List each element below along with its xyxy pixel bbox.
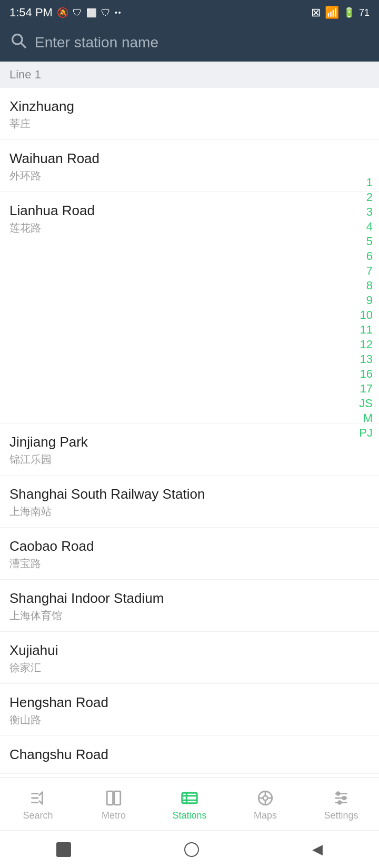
svg-point-0 xyxy=(13,35,22,44)
section-header: Line 1 xyxy=(0,62,379,88)
station-name-en: Caobao Road xyxy=(9,538,370,554)
svg-point-18 xyxy=(343,796,346,800)
nav-item-maps[interactable]: Maps xyxy=(227,789,303,821)
nav-label-settings: Settings xyxy=(324,810,358,821)
bottom-nav: Search Metro Stations Maps xyxy=(0,778,379,830)
station-name-en: Changshu Road xyxy=(9,746,370,763)
station-name-zh: 莲花路 xyxy=(9,221,347,235)
line-index-item[interactable]: 8 xyxy=(366,279,373,292)
line-index-item[interactable]: 11 xyxy=(360,323,373,337)
nav-item-metro[interactable]: Metro xyxy=(76,789,152,821)
shield-icon: 🛡 xyxy=(73,7,82,18)
line-index-item[interactable]: 17 xyxy=(360,382,373,396)
list-item[interactable]: Hengshan Road 衡山路 xyxy=(0,684,379,736)
shield2-icon: 🛡 xyxy=(101,7,111,18)
list-item[interactable]: Waihuan Road 外环路 xyxy=(0,140,379,192)
nav-item-stations[interactable]: Stations xyxy=(152,789,227,821)
svg-rect-3 xyxy=(114,791,120,805)
status-time: 1:54 PM xyxy=(9,6,53,19)
dots-icon: •• xyxy=(115,8,122,17)
station-name-en: Jinjiang Park xyxy=(9,434,370,450)
square-icon: ⬜ xyxy=(86,8,97,18)
list-item[interactable]: Xujiahui 徐家汇 xyxy=(0,632,379,684)
line-index-item[interactable]: 10 xyxy=(360,308,373,322)
station-name-en: Shanghai South Railway Station xyxy=(9,486,370,502)
recents-button[interactable] xyxy=(184,842,199,857)
status-right: ⊠ 📶 🔋 71 xyxy=(311,6,370,19)
station-search-input[interactable] xyxy=(35,34,370,51)
station-name-zh: 莘庄 xyxy=(9,117,370,131)
list-item[interactable]: Shanghai South Railway Station 上海南站 xyxy=(0,476,379,528)
station-name-zh: 上海体育馆 xyxy=(9,609,370,623)
search-nav-icon xyxy=(29,789,47,807)
station-name-zh: 外环路 xyxy=(9,169,370,183)
status-left: 1:54 PM 🔕 🛡 ⬜ 🛡 •• xyxy=(9,6,122,19)
x-icon: ⊠ xyxy=(311,6,321,19)
battery-icon: 🔋 xyxy=(343,7,355,18)
line-index-item[interactable]: 2 xyxy=(366,190,373,204)
settings-nav-icon xyxy=(332,789,350,807)
svg-rect-4 xyxy=(182,793,197,803)
station-list: Xinzhuang 莘庄 Waihuan Road 外环路 Lianhua Ro… xyxy=(0,88,379,778)
battery-percent: 71 xyxy=(359,7,370,18)
station-name-zh: 上海南站 xyxy=(9,504,370,519)
nav-item-settings[interactable]: Settings xyxy=(303,789,379,821)
station-name-en: Waihuan Road xyxy=(9,150,370,167)
station-name-zh: 锦江乐园 xyxy=(9,452,370,467)
list-item[interactable]: Jinjiang Park 锦江乐园 xyxy=(0,423,379,476)
station-name-zh: 衡山路 xyxy=(9,713,370,727)
list-item[interactable]: Caobao Road 漕宝路 xyxy=(0,528,379,580)
line-index-item[interactable]: 9 xyxy=(366,294,373,307)
search-bar xyxy=(0,25,379,62)
search-icon xyxy=(9,32,27,53)
nav-label-maps: Maps xyxy=(254,810,277,821)
maps-nav-icon xyxy=(256,789,274,807)
alarm-off-icon: 🔕 xyxy=(57,7,68,18)
line-index-item[interactable]: 5 xyxy=(366,235,373,248)
station-name-en: Xujiahui xyxy=(9,642,370,659)
metro-nav-icon xyxy=(105,789,123,807)
nav-item-search[interactable]: Search xyxy=(0,789,76,821)
line-index-item[interactable]: 4 xyxy=(366,220,373,234)
nav-label-stations: Stations xyxy=(172,810,206,821)
station-name-en: Hengshan Road xyxy=(9,694,370,711)
line-index-item[interactable]: 7 xyxy=(366,264,373,278)
list-item[interactable]: Xinzhuang 莘庄 xyxy=(0,88,379,140)
line-index-item[interactable]: JS xyxy=(359,397,373,410)
line-index-item[interactable]: 12 xyxy=(360,338,373,351)
line-index-item[interactable]: 3 xyxy=(366,205,373,219)
station-name-zh: 徐家汇 xyxy=(9,661,370,675)
line-index-item[interactable]: 16 xyxy=(360,367,373,381)
station-name-zh: 漕宝路 xyxy=(9,557,370,571)
svg-point-17 xyxy=(337,792,340,795)
list-item[interactable]: Changshu Road xyxy=(0,736,379,774)
status-bar: 1:54 PM 🔕 🛡 ⬜ 🛡 •• ⊠ 📶 🔋 71 xyxy=(0,0,379,25)
line-index-item[interactable]: 6 xyxy=(366,249,373,263)
wifi-icon: 📶 xyxy=(325,6,339,19)
list-item[interactable]: Shanghai Indoor Stadium 上海体育馆 xyxy=(0,580,379,632)
svg-line-1 xyxy=(21,43,26,48)
line-index[interactable]: 1 2 3 4 5 6 7 8 9 10 11 12 13 16 17 JS M… xyxy=(359,192,373,423)
line-index-item[interactable]: 1 xyxy=(366,176,373,189)
station-name-en: Lianhua Road xyxy=(9,203,347,219)
station-name-en: Xinzhuang xyxy=(9,98,370,115)
line-index-item[interactable]: 13 xyxy=(360,352,373,366)
list-item[interactable]: Lianhua Road 莲花路 1 2 3 4 5 6 7 8 9 10 11… xyxy=(0,192,379,423)
home-button[interactable] xyxy=(56,842,71,857)
stations-nav-icon xyxy=(181,789,198,807)
nav-label-search: Search xyxy=(23,810,53,821)
svg-rect-2 xyxy=(107,791,113,805)
svg-point-19 xyxy=(338,801,341,804)
line-index-item[interactable]: M xyxy=(363,411,373,425)
system-nav-bar: ◀ xyxy=(0,830,379,868)
station-name-en: Shanghai Indoor Stadium xyxy=(9,590,370,607)
nav-label-metro: Metro xyxy=(102,810,126,821)
svg-point-9 xyxy=(263,796,268,801)
back-button[interactable]: ◀ xyxy=(312,841,323,857)
